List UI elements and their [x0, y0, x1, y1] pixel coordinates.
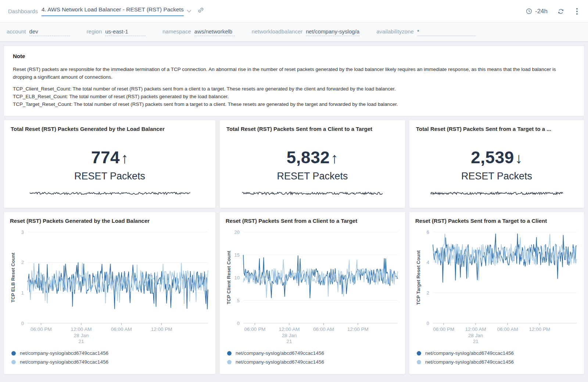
- svg-text:6: 6: [427, 229, 429, 235]
- note-definition-line: TCP_ELB_Reset_Count: The total number of…: [13, 93, 575, 100]
- svg-text:TCP Client Reset Count: TCP Client Reset Count: [226, 251, 232, 304]
- header-actions: -24h: [526, 7, 580, 16]
- trend-up-icon: ↑: [331, 150, 338, 166]
- svg-text:12:00 PM: 12:00 PM: [347, 326, 369, 332]
- note-panel: Note Reset (RST) packets are responsible…: [4, 46, 584, 116]
- stat-unit: RESET Packets: [11, 171, 209, 182]
- stat-panel-elb-reset[interactable]: Total Reset (RST) Packets Generated by t…: [4, 120, 216, 208]
- breadcrumb[interactable]: Dashboards: [8, 8, 38, 14]
- line-chart[interactable]: 012306:00 PM12:00 AM28 Jan2106:00 AM12:0…: [10, 227, 209, 348]
- legend-item[interactable]: net/company-syslog/abcd6749ccac1456: [11, 350, 209, 356]
- legend-dot-icon: [11, 351, 16, 356]
- chart-legend: net/company-syslog/abcd6749ccac1456net/c…: [415, 350, 578, 365]
- stat-panel-target-reset[interactable]: Total Reset (RST) Packets Sent from a Ta…: [409, 120, 584, 208]
- legend-item[interactable]: net/company-syslog/abcd6749ccac1456: [417, 359, 578, 365]
- svg-text:4: 4: [427, 260, 429, 265]
- dashboard-title-dropdown[interactable]: 4. AWS Network Load Balancer - RESET (RS…: [42, 6, 191, 16]
- svg-text:28 Jan: 28 Jan: [468, 333, 483, 338]
- svg-text:10: 10: [234, 275, 240, 281]
- svg-text:20: 20: [234, 229, 240, 235]
- svg-text:3: 3: [21, 229, 24, 235]
- svg-text:06:00 PM: 06:00 PM: [433, 326, 454, 332]
- charts-row: Reset (RST) Packets Generated by the Loa…: [4, 212, 584, 374]
- stat-panels-row: Total Reset (RST) Packets Generated by t…: [4, 120, 584, 208]
- chart-title: Reset (RST) Packets Sent from a Client t…: [226, 218, 399, 224]
- stat-value: 2,539: [471, 148, 514, 167]
- kebab-menu-icon[interactable]: [574, 7, 580, 16]
- filter-value-input[interactable]: net/company-syslog/a: [306, 28, 359, 36]
- svg-text:12:00 AM: 12:00 AM: [279, 326, 300, 332]
- link-icon[interactable]: [197, 7, 204, 14]
- time-range-control[interactable]: -24h: [526, 8, 548, 15]
- legend-label: net/company-syslog/abcd6749ccac1456: [236, 359, 324, 365]
- filter-networkloadbalancer: networkloadbalancer net/company-syslog/a: [252, 28, 359, 36]
- legend-item[interactable]: net/company-syslog/abcd6749ccac1456: [11, 359, 209, 365]
- stat-unit: RESET Packets: [226, 171, 398, 182]
- stat-unit: RESET Packets: [416, 171, 577, 182]
- chart-legend: net/company-syslog/abcd6749ccac1456net/c…: [226, 350, 399, 365]
- svg-text:21: 21: [286, 339, 292, 344]
- svg-text:TCP Target Reset Count: TCP Target Reset Count: [416, 250, 421, 305]
- filter-value-input[interactable]: aws/networkelb: [194, 28, 235, 36]
- legend-label: net/company-syslog/abcd6749ccac1456: [236, 350, 324, 356]
- line-chart[interactable]: 0510152006:00 PM12:00 AM28 Jan2106:00 AM…: [226, 227, 399, 348]
- svg-text:15: 15: [234, 252, 240, 258]
- chart-panel-client-reset: Reset (RST) Packets Sent from a Client t…: [219, 212, 405, 374]
- svg-text:12:00 AM: 12:00 AM: [71, 326, 92, 332]
- svg-text:0: 0: [21, 321, 24, 326]
- svg-text:06:00 PM: 06:00 PM: [31, 326, 52, 332]
- svg-text:0: 0: [237, 321, 240, 326]
- stat-value-block: 2,539↓ RESET Packets: [416, 147, 577, 182]
- filter-label: namespace: [162, 28, 191, 35]
- stat-panel-title: Total Reset (RST) Packets Generated by t…: [11, 126, 209, 132]
- sparkline: [29, 190, 190, 197]
- filter-label: region: [87, 28, 102, 35]
- legend-dot-icon: [11, 360, 16, 364]
- stat-panel-title: Total Reset (RST) Packets Sent from a Ta…: [416, 126, 577, 132]
- stat-value: 774: [91, 148, 120, 167]
- line-chart[interactable]: 024606:00 PM12:00 AM28 Jan2106:00 AM12:0…: [415, 227, 578, 348]
- legend-label: net/company-syslog/abcd6749ccac1456: [425, 359, 514, 365]
- filter-label: availabilityzone: [376, 28, 414, 35]
- svg-text:06:00 AM: 06:00 AM: [497, 326, 518, 332]
- stat-value-block: 774↑ RESET Packets: [11, 147, 209, 182]
- filter-value-input[interactable]: dev: [29, 28, 70, 36]
- svg-text:12:00 AM: 12:00 AM: [465, 326, 486, 332]
- svg-text:06:00 PM: 06:00 PM: [244, 326, 266, 332]
- legend-label: net/company-syslog/abcd6749ccac1456: [425, 350, 514, 356]
- sparkline: [430, 190, 563, 197]
- note-definition-line: TCP_Client_Reset_Count: The total number…: [13, 85, 575, 93]
- filter-availabilityzone: availabilityzone *: [376, 28, 476, 36]
- trend-down-icon: ↓: [515, 150, 523, 166]
- clock-icon: [526, 8, 533, 15]
- sparkline: [242, 190, 383, 197]
- refresh-icon[interactable]: [557, 8, 564, 15]
- svg-text:28 Jan: 28 Jan: [282, 333, 297, 338]
- svg-text:06:00 AM: 06:00 AM: [313, 326, 334, 332]
- filter-value-input[interactable]: us-east-1: [105, 28, 146, 36]
- stat-panel-client-reset[interactable]: Total Reset (RST) Packets Sent from a Cl…: [219, 120, 405, 208]
- note-definition-line: TCP_Target_Reset_Count: The total number…: [13, 100, 575, 108]
- svg-text:TCP ELB Reset Count: TCP ELB Reset Count: [10, 253, 16, 303]
- chart-panel-target-reset: Reset (RST) Packets Sent from a Target t…: [409, 212, 584, 374]
- chevron-down-icon: [187, 10, 191, 13]
- chart-panel-elb-reset: Reset (RST) Packets Generated by the Loa…: [4, 212, 216, 374]
- page-title: 4. AWS Network Load Balancer - RESET (RS…: [42, 6, 184, 16]
- trend-up-icon: ↑: [121, 150, 128, 166]
- svg-text:2: 2: [21, 260, 24, 265]
- legend-dot-icon: [227, 360, 232, 364]
- chart-legend: net/company-syslog/abcd6749ccac1456net/c…: [10, 350, 209, 365]
- filter-value-input[interactable]: *: [417, 28, 476, 36]
- legend-item[interactable]: net/company-syslog/abcd6749ccac1456: [417, 350, 578, 356]
- filter-region: region us-east-1: [87, 28, 146, 36]
- note-intro: Reset (RST) packets are responsible for …: [13, 65, 575, 81]
- svg-text:06:00 AM: 06:00 AM: [111, 326, 132, 332]
- svg-text:12:00 PM: 12:00 PM: [529, 326, 550, 332]
- legend-label: net/company-syslog/abcd6749ccac1456: [20, 359, 108, 365]
- legend-item[interactable]: net/company-syslog/abcd6749ccac1456: [227, 359, 399, 365]
- filter-label: networkloadbalancer: [252, 28, 302, 35]
- svg-text:28 Jan: 28 Jan: [74, 333, 89, 338]
- svg-text:12:00 PM: 12:00 PM: [151, 326, 172, 332]
- legend-item[interactable]: net/company-syslog/abcd6749ccac1456: [227, 350, 399, 356]
- svg-text:2: 2: [427, 290, 429, 296]
